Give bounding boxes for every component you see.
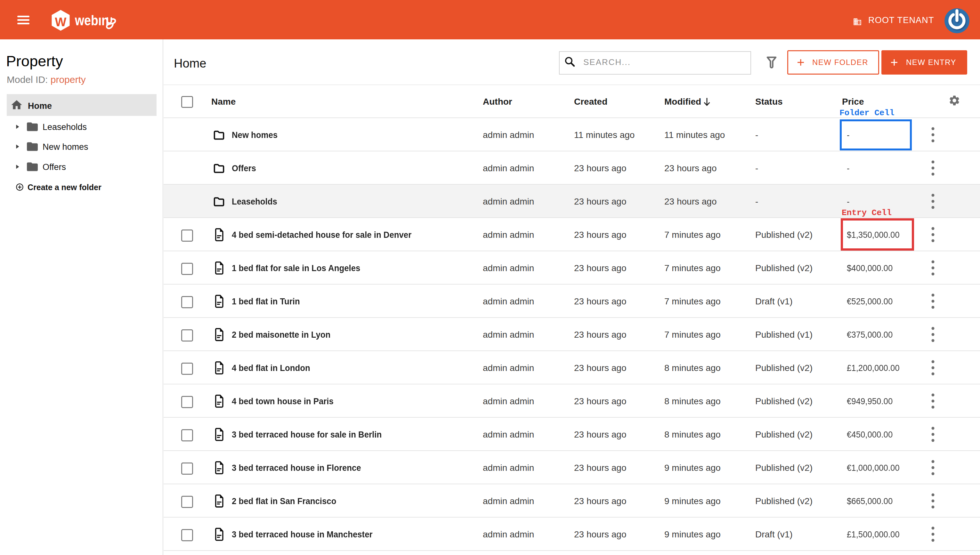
svg-text:webın: webın bbox=[75, 13, 109, 29]
svg-text:W: W bbox=[55, 15, 67, 29]
